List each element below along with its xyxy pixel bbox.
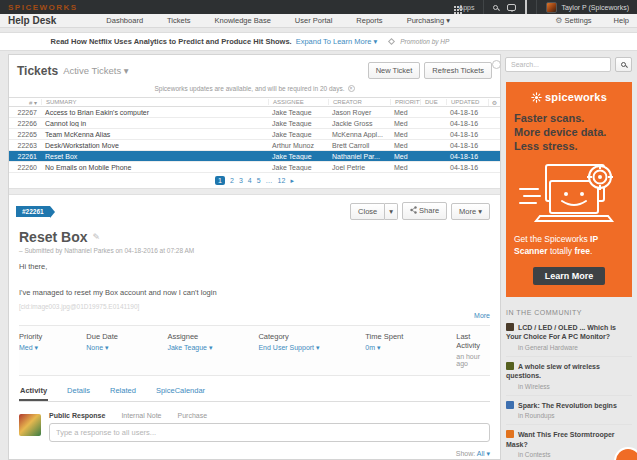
search-submit-button[interactable] [615,57,632,72]
ad-brand-name: spiceworks [545,91,607,103]
community-item[interactable]: LCD / LED / OLED ... Which is Your Choic… [506,318,632,357]
settings-link[interactable]: ⚙ Settings [555,16,591,25]
detail-tabs: Activity Details Related SpiceCalendar [19,386,490,402]
assignee-value-dropdown[interactable]: Jake Teague ▾ [167,344,248,352]
divider [536,0,537,14]
help-link[interactable]: Help [614,16,629,25]
ticket-summary: Team McKenna Alias [41,131,268,138]
settings-label: Settings [564,16,591,25]
attachment-reference: [cid:image003.jpg@01D19975.E0141190] [19,303,490,310]
ticket-summary: Access to Brian Eakin's computer [41,109,268,116]
subtab-internal-note[interactable]: Internal Note [121,412,161,419]
ticket-priority: Med [390,120,420,127]
col-header-creator[interactable]: CREATOR [328,99,390,105]
banner-expand-link[interactable]: Expand To Learn More ▾ [296,37,378,46]
community-item-title[interactable]: Want This Free Stormtrooper Mask? [506,431,615,447]
learn-more-button[interactable]: Learn More [533,267,606,285]
nav-item-dashboard[interactable]: Dashboard [106,16,143,25]
tab-related[interactable]: Related [109,386,137,401]
search-icon [621,62,626,67]
col-header-summary[interactable]: SUMMARY [41,99,268,105]
apps-menu[interactable]: Apps [454,4,474,11]
new-ticket-button[interactable]: New Ticket [368,62,421,79]
subtab-public-response[interactable]: Public Response [49,412,105,419]
page-ellipsis: … [266,177,273,184]
response-input[interactable] [49,423,490,442]
due-date-value-dropdown[interactable]: None ▾ [86,344,157,352]
nav-item-user-portal[interactable]: User Portal [295,16,333,25]
tab-activity[interactable]: Activity [19,386,48,401]
nav-item-purchasing[interactable]: Purchasing ▾ [407,16,450,25]
priority-value-dropdown[interactable]: Med ▾ [19,344,76,352]
page-5[interactable]: 5 [257,177,261,184]
tab-spicecalendar[interactable]: SpiceCalendar [155,386,206,401]
ticket-updated: 04-18-16 [446,164,488,171]
nav-item-knowledge-base[interactable]: Knowledge Base [215,16,271,25]
col-header-due[interactable]: DUE [420,99,446,105]
search-icon[interactable] [493,5,498,10]
ticket-id: 22260 [9,164,41,171]
next-page-icon[interactable]: ▸ [290,177,294,185]
ticket-updated: 04-18-16 [446,131,488,138]
table-row[interactable]: 22263 Desk/Workstation Move Arthur Munoz… [9,140,500,151]
edit-title-pencil-icon[interactable]: ✎ [92,232,100,242]
community-section: IN THE COMMUNITY LCD / LED / OLED ... Wh… [506,309,632,460]
ticket-updated: 04-18-16 [446,120,488,127]
category-value-dropdown[interactable]: End User Support ▾ [258,344,355,352]
page-4[interactable]: 4 [248,177,252,184]
page-3[interactable]: 3 [239,177,243,184]
close-dropdown-caret[interactable]: ▾ [385,203,398,220]
share-button[interactable]: Share [402,202,447,220]
table-row-selected[interactable]: 22261 Reset Box Jake Teague Nathaniel Pa… [9,151,500,162]
priority-label: Priority [19,332,76,341]
user-menu[interactable]: Taylor P (Spiceworks) [546,2,629,13]
search-input[interactable] [505,57,611,72]
community-item-title[interactable]: Spark: The Revolution begins [518,402,617,409]
gear-icon: ⚙ [555,16,562,25]
ticket-id: 22266 [9,120,41,127]
col-header-updated[interactable]: UPDATED [446,99,488,105]
tab-details[interactable]: Details [66,386,91,401]
ticket-filter-dropdown[interactable]: Active Tickets ▾ [63,65,128,76]
more-button[interactable]: More ▾ [451,203,490,220]
table-row[interactable]: 22266 Cannot log in Jake Teague Jackie G… [9,118,500,129]
apps-grid-icon [454,6,456,8]
table-row[interactable]: 22260 No Emails on Mobile Phone Jake Tea… [9,162,500,173]
table-settings-gear-icon[interactable]: ⚙ [488,99,500,106]
show-label: Show: [456,450,475,457]
close-ticket-button[interactable]: Close [350,203,385,220]
col-header-assignee[interactable]: ASSIGNEE [268,99,328,105]
messages-icon[interactable] [507,4,516,11]
ticket-assignee: Jake Teague [268,109,328,116]
page-12[interactable]: 12 [278,177,286,184]
user-avatar [546,2,557,13]
product-title: Help Desk [8,15,56,26]
time-spent-value-dropdown[interactable]: 0m ▾ [365,344,446,352]
community-item[interactable]: Want This Free Stormtrooper Mask? in Con… [506,425,632,460]
page-1[interactable]: 1 [215,176,225,185]
pagination: 1 2 3 4 5 … 12 ▸ [9,173,500,188]
ticket-priority: Med [390,164,420,171]
ticket-assignee: Jake Teague [268,120,328,127]
spiceworks-ad[interactable]: spiceworks Faster scans. More device dat… [506,82,632,297]
col-header-priority[interactable]: PRIORITY [390,99,420,105]
page-2[interactable]: 2 [230,177,234,184]
show-filter-dropdown[interactable]: All ▾ [477,450,490,457]
col-header-id[interactable]: # ▾ [9,99,41,106]
ad-scanner-illustration [516,163,622,225]
nav-item-reports[interactable]: Reports [356,16,382,25]
help-desk-nav-bar: Help Desk Dashboard Tickets Knowledge Ba… [0,14,637,28]
refresh-tickets-button[interactable]: Refresh Tickets [424,62,492,79]
table-row[interactable]: 22265 Team McKenna Alias Jake Teague McK… [9,129,500,140]
community-item-title[interactable]: LCD / LED / OLED ... Which is Your Choic… [506,324,616,340]
subtab-purchase[interactable]: Purchase [178,412,208,419]
spiceworks-help-desk-screen: spiceworks Apps Taylor P (Spiceworks) He… [0,0,637,460]
expand-body-more-link[interactable]: More [474,312,490,319]
dismiss-notice-icon[interactable]: × [348,85,355,92]
community-item-category: in Contests [518,451,632,458]
table-row[interactable]: 22267 Access to Brian Eakin's computer J… [9,107,500,118]
community-item-title[interactable]: A whole slew of wireless questions. [506,363,600,379]
community-item[interactable]: Spark: The Revolution begins in Roundups [506,396,632,425]
nav-item-tickets[interactable]: Tickets [167,16,190,25]
community-item[interactable]: A whole slew of wireless questions. in W… [506,357,632,396]
